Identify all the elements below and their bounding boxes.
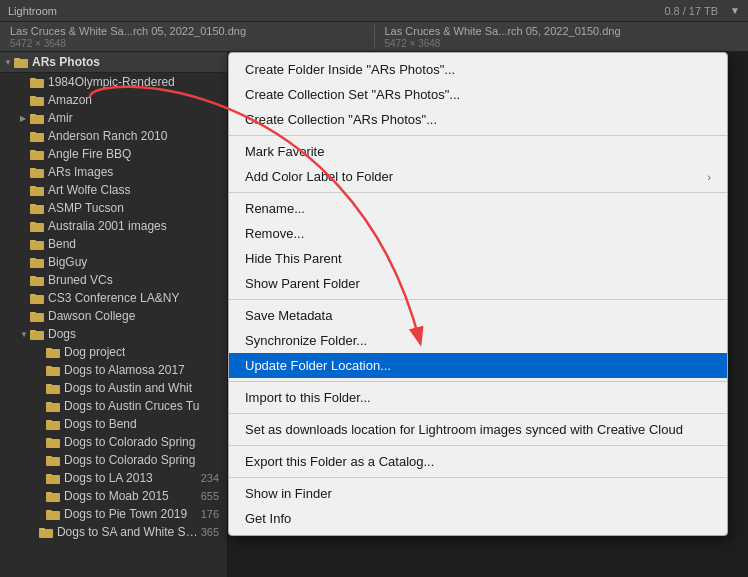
menu-separator-sep1 (229, 135, 727, 136)
sidebar-item-dogssa[interactable]: Dogs to SA and White Sands 2019365 (0, 523, 227, 541)
folder-icon-dogs (30, 328, 44, 340)
svg-rect-38 (46, 403, 60, 412)
menu-label-save-metadata: Save Metadata (245, 308, 332, 323)
folder-label-bigguy: BigGuy (48, 255, 87, 269)
menu-label-create-folder: Create Folder Inside "ARs Photos"... (245, 62, 455, 77)
sidebar-item-1984olympic[interactable]: 1984Olympic-Rendered (0, 73, 227, 91)
sidebar-item-dogsla[interactable]: Dogs to LA 2013234 (0, 469, 227, 487)
menu-item-create-collection[interactable]: Create Collection "ARs Photos"... (229, 107, 727, 132)
menu-item-synchronize[interactable]: Synchronize Folder... (229, 328, 727, 353)
menu-label-create-collection: Create Collection "ARs Photos"... (245, 112, 437, 127)
sidebar-root-row[interactable]: ▼ ARs Photos (0, 52, 227, 73)
sidebar-item-dogspie[interactable]: Dogs to Pie Town 2019176 (0, 505, 227, 523)
svg-rect-33 (46, 348, 52, 350)
sidebar-item-dogproject[interactable]: Dog project (0, 343, 227, 361)
svg-rect-12 (30, 169, 44, 178)
sidebar-item-dogs[interactable]: ▼ Dogs (0, 325, 227, 343)
sidebar-item-arimages[interactable]: ARs Images (0, 163, 227, 181)
sidebar-item-anderson[interactable]: Anderson Ranch 2010 (0, 127, 227, 145)
menu-item-update-location[interactable]: Update Folder Location... (229, 353, 727, 378)
folder-label-anglefire: Angle Fire BBQ (48, 147, 131, 161)
folder-icon-amazon (30, 94, 44, 106)
folder-icon-anglefire (30, 148, 44, 160)
sidebar-item-dogsaustincruces[interactable]: Dogs to Austin Cruces Tu (0, 397, 227, 415)
folder-label-bruned: Bruned VCs (48, 273, 113, 287)
svg-rect-20 (30, 241, 44, 250)
sidebar-item-anglefire[interactable]: Angle Fire BBQ (0, 145, 227, 163)
menu-label-set-downloads: Set as downloads location for Lightroom … (245, 422, 683, 437)
menu-item-mark-favorite[interactable]: Mark Favorite (229, 139, 727, 164)
folder-label-artwolfe: Art Wolfe Class (48, 183, 130, 197)
menu-label-remove: Remove... (245, 226, 304, 241)
svg-rect-29 (30, 312, 36, 314)
folder-label-amazon: Amazon (48, 93, 92, 107)
menu-item-add-color-label[interactable]: Add Color Label to Folder› (229, 164, 727, 189)
folder-label-dogsalamosa: Dogs to Alamosa 2017 (64, 363, 185, 377)
menu-item-show-finder[interactable]: Show in Finder (229, 481, 727, 506)
folder-icon-dogspie (46, 508, 60, 520)
sidebar-item-australia[interactable]: Australia 2001 images (0, 217, 227, 235)
sidebar-item-bigguy[interactable]: BigGuy (0, 253, 227, 271)
sidebar-item-bend[interactable]: Bend (0, 235, 227, 253)
svg-rect-21 (30, 240, 36, 242)
menu-item-hide-parent[interactable]: Hide This Parent (229, 246, 727, 271)
sidebar-item-dogsbend[interactable]: Dogs to Bend (0, 415, 227, 433)
sidebar-item-cs3[interactable]: CS3 Conference LA&NY (0, 289, 227, 307)
triangle-dogs[interactable]: ▼ (20, 330, 30, 339)
sidebar-item-dawson[interactable]: Dawson College (0, 307, 227, 325)
folder-label-dogproject: Dog project (64, 345, 125, 359)
dropdown-arrow-icon[interactable]: ▼ (730, 5, 740, 16)
sidebar-item-dogsmoab[interactable]: Dogs to Moab 2015655 (0, 487, 227, 505)
sidebar-item-amazon[interactable]: Amazon (0, 91, 227, 109)
folder-icon-artwolfe (30, 184, 44, 196)
svg-rect-5 (30, 96, 36, 98)
menu-item-set-downloads[interactable]: Set as downloads location for Lightroom … (229, 417, 727, 442)
menu-label-rename: Rename... (245, 201, 305, 216)
svg-rect-28 (30, 313, 44, 322)
sidebar-item-dogsalamosa[interactable]: Dogs to Alamosa 2017 (0, 361, 227, 379)
folder-label-dogssa: Dogs to SA and White Sands 2019 (57, 525, 201, 539)
folder-label-asmp: ASMP Tucson (48, 201, 124, 215)
svg-rect-35 (46, 366, 52, 368)
svg-rect-48 (46, 493, 60, 502)
folder-label-dogspie: Dogs to Pie Town 2019 (64, 507, 187, 521)
svg-rect-6 (30, 115, 44, 124)
svg-rect-50 (46, 511, 60, 520)
menu-item-remove[interactable]: Remove... (229, 221, 727, 246)
menu-item-get-info[interactable]: Get Info (229, 506, 727, 531)
triangle-amir[interactable]: ▶ (20, 114, 30, 123)
svg-rect-53 (39, 528, 45, 530)
sidebar-item-dogsaustinwhite[interactable]: Dogs to Austin and Whit (0, 379, 227, 397)
folder-icon-amir (30, 112, 44, 124)
menu-item-create-folder[interactable]: Create Folder Inside "ARs Photos"... (229, 57, 727, 82)
menu-item-rename[interactable]: Rename... (229, 196, 727, 221)
folder-icon-arimages (30, 166, 44, 178)
folder-label-1984olympic: 1984Olympic-Rendered (48, 75, 175, 89)
menu-item-save-metadata[interactable]: Save Metadata (229, 303, 727, 328)
folder-icon-anderson (30, 130, 44, 142)
folder-label-dogsla: Dogs to LA 2013 (64, 471, 153, 485)
sidebar-item-amir[interactable]: ▶ Amir (0, 109, 227, 127)
folder-label-dogscolorado1: Dogs to Colorado Spring (64, 435, 195, 449)
menu-item-export-catalog[interactable]: Export this Folder as a Catalog... (229, 449, 727, 474)
menu-item-import[interactable]: Import to this Folder... (229, 385, 727, 410)
menu-label-hide-parent: Hide This Parent (245, 251, 342, 266)
sidebar-item-dogscolorado2[interactable]: Dogs to Colorado Spring (0, 451, 227, 469)
sidebar-item-asmp[interactable]: ASMP Tucson (0, 199, 227, 217)
menu-item-show-parent[interactable]: Show Parent Folder (229, 271, 727, 296)
svg-rect-49 (46, 492, 52, 494)
sidebar-item-dogscolorado1[interactable]: Dogs to Colorado Spring (0, 433, 227, 451)
menu-item-create-collection-set[interactable]: Create Collection Set "ARs Photos"... (229, 82, 727, 107)
svg-rect-19 (30, 222, 36, 224)
folder-label-dogsbend: Dogs to Bend (64, 417, 137, 431)
folder-icon-dogsaustincruces (46, 400, 60, 412)
menu-label-show-finder: Show in Finder (245, 486, 332, 501)
menu-separator-sep3 (229, 299, 727, 300)
submenu-arrow-icon: › (707, 171, 711, 183)
svg-rect-41 (46, 420, 52, 422)
sidebar-item-artwolfe[interactable]: Art Wolfe Class (0, 181, 227, 199)
header-col2: Las Cruces & White Sa...rch 05, 2022_015… (375, 25, 749, 49)
sidebar-item-bruned[interactable]: Bruned VCs (0, 271, 227, 289)
svg-rect-23 (30, 258, 36, 260)
svg-rect-13 (30, 168, 36, 170)
